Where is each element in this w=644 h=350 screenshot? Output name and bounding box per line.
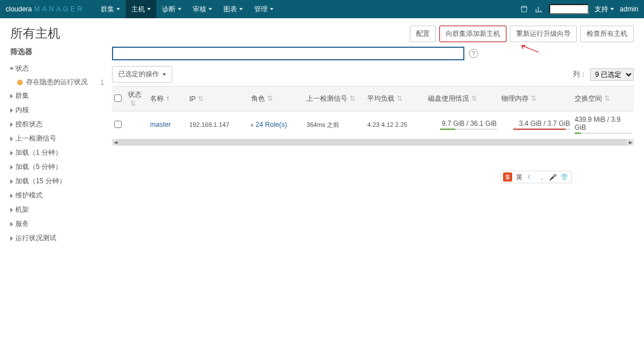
skin-icon[interactable]: 👕: [560, 172, 569, 182]
filter-section-label: 状态: [15, 64, 29, 73]
nav-item-1[interactable]: 主机: [126, 0, 156, 18]
filter-section[interactable]: 加载（5 分钟）: [10, 160, 104, 174]
sort-icon[interactable]: ⇅: [267, 94, 273, 102]
comma-icon[interactable]: ，: [537, 172, 546, 182]
filter-item-concerning[interactable]: 存在隐患的运行状况 1: [10, 76, 104, 89]
scroll-right-icon[interactable]: ▶: [627, 139, 634, 146]
col-header[interactable]: 角色⇅: [249, 87, 305, 112]
sort-icon[interactable]: ⇅: [531, 94, 537, 102]
ime-widget[interactable]: S 英 ☾ ， 🎤 👕: [500, 171, 572, 183]
caret-down-icon: [610, 8, 614, 10]
global-search-input[interactable]: [549, 4, 589, 14]
caret-down-icon: [209, 8, 212, 10]
chevron-right-icon: [10, 165, 13, 170]
filter-section[interactable]: 群集: [10, 89, 104, 103]
memory-usage-cell: 3.4 GiB / 3.7 GiB: [501, 120, 570, 130]
chevron-right-icon: [10, 208, 13, 212]
filter-section-label: 加载（1 分钟）: [15, 148, 62, 158]
ime-lang-label: 英: [514, 172, 523, 182]
mic-icon[interactable]: 🎤: [549, 172, 558, 182]
col-header[interactable]: 上一检测信号⇅: [304, 87, 365, 112]
filter-section-label: 授权状态: [15, 120, 43, 129]
filter-section[interactable]: 内核: [10, 103, 104, 117]
chevron-right-icon: [10, 193, 13, 198]
brand-logo[interactable]: cloudera MANAGER: [6, 5, 85, 13]
configure-button[interactable]: 配置: [410, 26, 436, 42]
rerun-upgrade-button[interactable]: 重新运行升级向导: [510, 26, 577, 42]
horizontal-scrollbar[interactable]: ◀ ▶: [112, 139, 634, 146]
filter-section[interactable]: 上一检测信号: [10, 131, 104, 146]
col-header[interactable]: IP⇅: [187, 87, 249, 112]
filter-section[interactable]: 机架: [10, 203, 104, 217]
filter-section-label: 运行状况测试: [15, 233, 56, 243]
row-checkbox[interactable]: [114, 121, 122, 128]
sort-icon[interactable]: ↑: [166, 94, 169, 102]
filter-section[interactable]: 加载（1 分钟）: [10, 146, 104, 160]
selected-actions-button[interactable]: 已选定的操作: [112, 66, 172, 83]
parcels-icon[interactable]: [520, 5, 529, 14]
swap-usage-cell: 439.9 MiB / 3.9 GiB: [575, 116, 631, 134]
filter-section-label: 服务: [15, 219, 29, 229]
sort-icon[interactable]: ⇅: [397, 94, 402, 102]
sort-icon[interactable]: ⇅: [198, 95, 203, 103]
chevron-right-icon: [10, 94, 13, 98]
col-header-label: 名称: [150, 94, 164, 102]
col-header[interactable]: 平均负载⇅: [365, 87, 426, 112]
add-hosts-button[interactable]: 向群集添加新主机: [439, 26, 506, 42]
filter-section[interactable]: 加载（15 分钟）: [10, 174, 104, 188]
filter-heading: 筛选器: [10, 47, 104, 57]
sort-icon[interactable]: ⇅: [130, 100, 136, 108]
support-menu[interactable]: 支持: [595, 5, 614, 14]
columns-select[interactable]: 9 已选定: [590, 68, 634, 81]
scroll-left-icon[interactable]: ◀: [112, 139, 119, 146]
col-header[interactable]: 磁盘使用情况⇅: [426, 87, 499, 112]
nav-item-4[interactable]: 图表: [218, 0, 248, 18]
disk-usage-text: 9.7 GiB / 36.1 GiB: [442, 120, 497, 127]
filter-section[interactable]: 运行状况测试: [10, 231, 104, 245]
sort-icon[interactable]: ⇅: [350, 94, 355, 102]
filter-section[interactable]: 服务: [10, 217, 104, 231]
admin-menu[interactable]: admin: [620, 5, 638, 13]
col-header[interactable]: 状态⇅: [126, 87, 148, 112]
roles-link[interactable]: 24 Role(s): [256, 121, 287, 129]
moon-icon[interactable]: ☾: [526, 172, 535, 182]
brand-text-a: cloudera: [6, 5, 32, 13]
col-header-label: 交换空间: [575, 94, 602, 102]
select-all-checkbox[interactable]: [114, 94, 122, 102]
sort-icon[interactable]: ⇅: [471, 94, 477, 102]
nav-item-label: 图表: [223, 5, 237, 14]
filter-section-status[interactable]: 状态: [10, 61, 104, 76]
nav-item-label: 主机: [131, 5, 145, 14]
host-name-link[interactable]: master: [150, 121, 171, 129]
col-header[interactable]: 交换空间⇅: [572, 87, 634, 112]
filter-section[interactable]: 维护模式: [10, 188, 104, 203]
col-header[interactable]: [112, 87, 126, 112]
nav-item-2[interactable]: 诊断: [156, 0, 187, 18]
graph-icon[interactable]: [534, 5, 543, 14]
filter-section[interactable]: 授权状态: [10, 117, 104, 131]
col-header-label: 物理内存: [501, 94, 529, 102]
chevron-down-icon: [10, 67, 14, 70]
nav-item-label: 诊断: [162, 5, 176, 14]
inspect-hosts-button[interactable]: 检查所有主机: [580, 26, 634, 42]
col-header[interactable]: 名称↑: [148, 87, 187, 112]
caret-down-icon: [117, 8, 120, 10]
nav-item-0[interactable]: 群集: [95, 0, 126, 18]
col-header-label: 上一检测信号: [306, 94, 347, 102]
filter-section-label: 机架: [15, 205, 29, 215]
help-icon[interactable]: ?: [469, 49, 478, 58]
table-row: master 192.168.1.147 24 Role(s) 364ms 之前…: [112, 112, 634, 138]
swap-usage-text: 439.9 MiB / 3.9 GiB: [575, 116, 631, 131]
nav-item-3[interactable]: 审核: [187, 0, 218, 18]
scroll-thumb[interactable]: [119, 139, 627, 146]
col-header[interactable]: 物理内存⇅: [499, 87, 572, 112]
host-search-input[interactable]: [112, 47, 464, 60]
nav-item-5[interactable]: 管理: [248, 0, 279, 18]
chevron-right-icon: [10, 151, 13, 155]
sort-icon[interactable]: ⇅: [604, 94, 610, 102]
chevron-right-icon: [10, 179, 13, 184]
col-header-label: 状态: [128, 90, 142, 98]
col-header-label: IP: [189, 95, 196, 103]
col-header-label: 磁盘使用情况: [428, 94, 469, 102]
caret-down-icon: [163, 73, 166, 76]
